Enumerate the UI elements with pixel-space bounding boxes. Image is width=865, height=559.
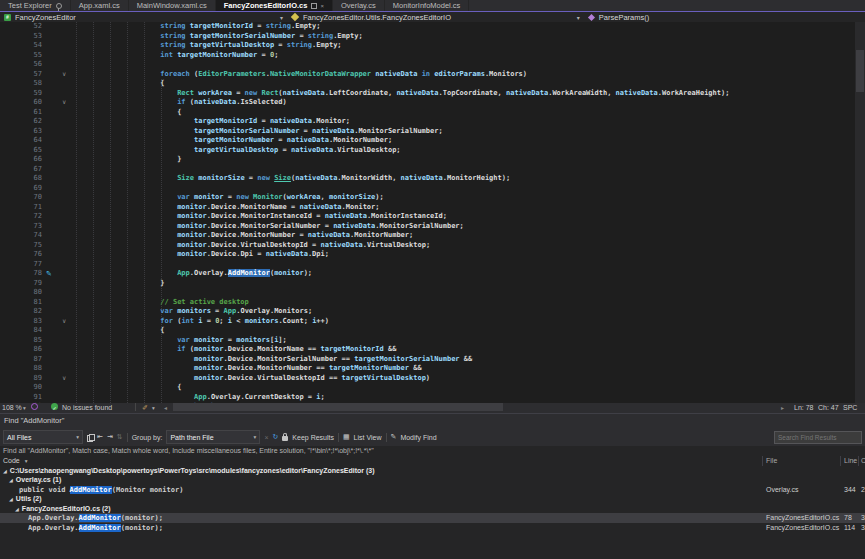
fold-collapse-icon[interactable]: ∨ xyxy=(62,317,66,327)
code-line-66[interactable]: 66 } xyxy=(0,155,865,165)
project-dropdown[interactable]: # FancyZonesEditor ▾ xyxy=(0,12,287,22)
tab-mainwindow-xaml-cs[interactable]: MainWindow.xaml.cs xyxy=(129,0,216,11)
code-line-59[interactable]: 59 Rect workArea = new Rect(nativeData.L… xyxy=(0,89,865,99)
editor-horizontal-scrollbar[interactable] xyxy=(173,403,777,411)
fold-collapse-icon[interactable]: ∨ xyxy=(62,374,66,384)
code-line-73[interactable]: 73 monitor.Device.MonitorSerialNumber = … xyxy=(0,222,865,232)
list-view-button[interactable]: List View xyxy=(354,434,382,441)
result-row[interactable]: FancyZonesEditorIO.cs1143App.Overlay.Add… xyxy=(0,523,865,533)
code-line-52[interactable]: 52 string targetMonitorId = string.Empty… xyxy=(0,22,865,32)
scroll-right-arrow-icon[interactable]: ▸ xyxy=(781,403,784,413)
tree-expander-icon[interactable]: ◢ xyxy=(9,496,13,502)
group-by-dropdown[interactable]: Path then File ▾ xyxy=(166,430,260,444)
code-line-79[interactable]: 79 } xyxy=(0,279,865,289)
line-column-header[interactable]: Line xyxy=(844,456,857,466)
code-line-82[interactable]: 82 var monitors = App.Overlay.Monitors; xyxy=(0,307,865,317)
code-line-64[interactable]: 64 targetMonitorNumber = nativeData.Moni… xyxy=(0,136,865,146)
scroll-left-arrow-icon[interactable]: ◂ xyxy=(164,403,167,413)
result-group-row[interactable]: ◢Utils (2) xyxy=(0,494,865,504)
code-line-67[interactable]: 67 xyxy=(0,165,865,175)
code-line-76[interactable]: 76 monitor.Device.Dpi = nativeData.Dpi; xyxy=(0,250,865,260)
code-line-75[interactable]: 75 monitor.Device.VirtualDesktopId = nat… xyxy=(0,241,865,251)
fold-collapse-icon[interactable]: ∨ xyxy=(62,70,66,80)
code-line-74[interactable]: 74 monitor.Device.MonitorNumber = native… xyxy=(0,231,865,241)
tab-fancyzoneseditorio-cs[interactable]: FancyZonesEditorIO.cs× xyxy=(216,0,333,11)
code-line-85[interactable]: 85 var monitor = monitors[i]; xyxy=(0,336,865,346)
tab-test-explorer[interactable]: Test Explorer xyxy=(0,0,71,11)
modify-find-button[interactable]: Modify Find xyxy=(400,434,436,441)
code-line-78[interactable]: 78✎ App.Overlay.AddMonitor(monitor); xyxy=(0,269,865,279)
result-group-row[interactable]: ◢C:\Users\zhaopengwang\Desktop\powertoys… xyxy=(0,466,865,476)
code-line-71[interactable]: 71 monitor.Device.MonitorName = nativeDa… xyxy=(0,203,865,213)
type-dropdown[interactable]: FancyZonesEditor.Utils.FancyZonesEditorI… xyxy=(287,12,584,22)
code-editor[interactable]: 52 string targetMonitorId = string.Empty… xyxy=(0,22,865,403)
code-line-61[interactable]: 61 { xyxy=(0,108,865,118)
pen-tool-icon[interactable]: ✐ xyxy=(142,403,148,413)
sort-icon[interactable]: ⇅ xyxy=(117,433,123,441)
promote-tab-icon[interactable] xyxy=(311,3,317,9)
code-line-81[interactable]: 81 // Set active desktop xyxy=(0,298,865,308)
code-line-63[interactable]: 63 targetMonitorSerialNumber = nativeDat… xyxy=(0,127,865,137)
code-line-72[interactable]: 72 monitor.Device.MonitorInstanceId = na… xyxy=(0,212,865,222)
code-line-83[interactable]: 83∨ for (int i = 0; i < monitors.Count; … xyxy=(0,317,865,327)
keep-results-button[interactable]: Keep Results xyxy=(292,434,334,441)
health-indicator-icon[interactable] xyxy=(31,403,38,410)
code-line-69[interactable]: 69 xyxy=(0,184,865,194)
code-line-89[interactable]: 89∨ monitor.Device.VirtualDesktopId == t… xyxy=(0,374,865,384)
code-line-62[interactable]: 62 targetMonitorId = nativeData.Monitor; xyxy=(0,117,865,127)
col-column-header[interactable]: Col xyxy=(861,456,865,466)
result-row[interactable]: FancyZonesEditorIO.cs783App.Overlay.AddM… xyxy=(0,513,865,523)
tree-expander-icon[interactable]: ◢ xyxy=(9,477,13,483)
tab-label: Overlay.cs xyxy=(341,1,376,10)
collapse-all-icon[interactable]: ⇥ xyxy=(107,433,113,441)
code-text: monitor.Device.MonitorNumber == targetMo… xyxy=(76,364,422,374)
refresh-icon[interactable]: ↻ xyxy=(272,433,278,441)
pin-icon[interactable] xyxy=(56,3,62,9)
file-column-header[interactable]: File xyxy=(766,456,777,466)
space-mode-indicator[interactable]: SPC xyxy=(843,403,857,413)
code-line-60[interactable]: 60∨ if (nativeData.IsSelected) xyxy=(0,98,865,108)
close-icon[interactable]: × xyxy=(264,434,268,441)
code-line-55[interactable]: 55 int targetMonitorNumber = 0; xyxy=(0,51,865,61)
code-line-68[interactable]: 68 Size monitorSize = new Size(nativeDat… xyxy=(0,174,865,184)
tree-expander-icon[interactable]: ◢ xyxy=(15,506,19,512)
code-filter-dropdown[interactable]: Code xyxy=(3,457,20,464)
lock-icon[interactable] xyxy=(282,436,288,441)
chevron-down-icon[interactable]: ▾ xyxy=(152,403,155,413)
code-line-86[interactable]: 86 if (monitor.Device.MonitorName == tar… xyxy=(0,345,865,355)
scrollbar-thumb[interactable] xyxy=(856,50,864,92)
result-group-row[interactable]: ◢FancyZonesEditorIO.cs (2) xyxy=(0,504,865,514)
result-group-row[interactable]: ◢Overlay.cs (1) xyxy=(0,475,865,485)
search-find-results-input[interactable] xyxy=(774,431,862,444)
code-line-77[interactable]: 77 xyxy=(0,260,865,270)
result-row[interactable]: Overlay.cs3442public void AddMonitor(Mon… xyxy=(0,485,865,495)
code-line-54[interactable]: 54 string targetVirtualDesktop = string.… xyxy=(0,41,865,51)
tree-expander-icon[interactable]: ◢ xyxy=(3,468,7,474)
code-line-87[interactable]: 87 monitor.Device.MonitorSerialNumber ==… xyxy=(0,355,865,365)
code-line-91[interactable]: 91 App.Overlay.CurrentDesktop = i; xyxy=(0,393,865,403)
code-line-90[interactable]: 90 { xyxy=(0,383,865,393)
scope-dropdown[interactable]: All Files ▾ xyxy=(3,430,83,444)
scrollbar-thumb[interactable] xyxy=(173,403,503,411)
expand-all-icon[interactable]: ⇤ xyxy=(97,433,103,441)
close-icon[interactable]: × xyxy=(320,3,324,9)
code-line-84[interactable]: 84 { xyxy=(0,326,865,336)
tab-app-xaml-cs[interactable]: App.xaml.cs xyxy=(71,0,129,11)
chevron-down-icon[interactable]: ▾ xyxy=(23,403,26,413)
code-line-65[interactable]: 65 targetVirtualDesktop = nativeData.Vir… xyxy=(0,146,865,156)
code-line-56[interactable]: 56 xyxy=(0,60,865,70)
zoom-level[interactable]: 108 % xyxy=(2,403,22,413)
tab-monitorinfomodel-cs[interactable]: MonitorInfoModel.cs xyxy=(385,0,470,11)
code-line-57[interactable]: 57∨ foreach (EditorParameters.NativeMoni… xyxy=(0,70,865,80)
editor-vertical-scrollbar[interactable] xyxy=(855,22,865,403)
issues-status[interactable]: No issues found xyxy=(62,403,112,413)
code-line-80[interactable]: 80 xyxy=(0,288,865,298)
tab-overlay-cs[interactable]: Overlay.cs xyxy=(333,0,385,11)
code-line-53[interactable]: 53 string targetMonitorSerialNumber = st… xyxy=(0,32,865,42)
code-line-58[interactable]: 58 { xyxy=(0,79,865,89)
member-dropdown[interactable]: ParseParams() xyxy=(584,12,865,22)
code-line-88[interactable]: 88 monitor.Device.MonitorNumber == targe… xyxy=(0,364,865,374)
copy-icon[interactable] xyxy=(87,434,93,441)
fold-collapse-icon[interactable]: ∨ xyxy=(62,98,66,108)
code-line-70[interactable]: 70 var monitor = new Monitor(workArea, m… xyxy=(0,193,865,203)
